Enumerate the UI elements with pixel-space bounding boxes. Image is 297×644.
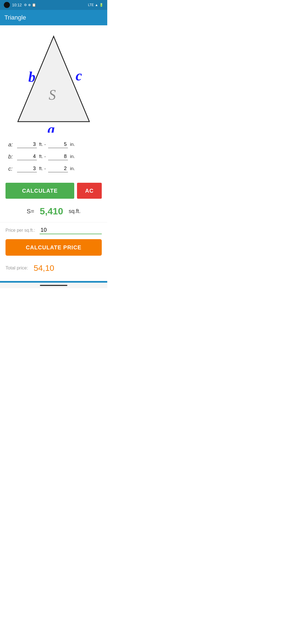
input-c-in[interactable] [48, 165, 68, 172]
status-time: 10:12 [12, 3, 22, 7]
input-row-a: a: ft. - in. [8, 141, 99, 148]
button-row: CALCULATE AC [0, 180, 107, 203]
unit-ft-a: ft. - [39, 142, 46, 147]
battery-icon: 🔋 [99, 3, 103, 7]
camera-dot [4, 2, 10, 8]
signal-icon: ▲ [95, 3, 98, 7]
svg-text:S: S [49, 87, 56, 103]
result-label: S= [27, 208, 34, 215]
unit-in-b: in. [70, 154, 75, 159]
unit-ft-c: ft. - [39, 166, 46, 171]
lte-label: LTE [88, 3, 94, 7]
diagram-area: b c S a [0, 25, 107, 138]
unit-in-c: in. [70, 166, 75, 171]
app-bar: Triangle [0, 10, 107, 25]
input-b-in[interactable] [48, 153, 68, 160]
label-b: b: [8, 154, 17, 160]
status-bar: 10:12 ⚙ ⊕ 📋 LTE ▲ 🔋 [0, 0, 107, 10]
ac-button[interactable]: AC [77, 183, 102, 199]
vpn-icon: ⊕ [28, 3, 31, 7]
total-row: Total price: 54,10 [0, 258, 107, 275]
unit-in-a: in. [70, 142, 75, 147]
price-row: Price per sq.ft.: [6, 226, 102, 234]
home-bar [0, 283, 107, 288]
price-per-label: Price per sq.ft.: [6, 228, 35, 233]
svg-text:c: c [76, 68, 82, 83]
total-value: 54,10 [34, 263, 54, 273]
svg-text:b: b [28, 69, 35, 85]
triangle-diagram: b c S a [10, 31, 98, 135]
inputs-section: a: ft. - in. b: ft. - in. c: ft. - in. [0, 138, 107, 180]
svg-text:a: a [48, 121, 55, 133]
calculate-price-button[interactable]: CALCULATE PRICE [6, 239, 102, 256]
price-section: Price per sq.ft.: CALCULATE PRICE [0, 222, 107, 258]
calculate-button[interactable]: CALCULATE [6, 183, 74, 199]
status-icons: ⚙ ⊕ 📋 [24, 3, 36, 7]
result-row: S= 5,410 sq.ft. [0, 203, 107, 222]
input-c-ft[interactable] [17, 165, 37, 172]
input-row-c: c: ft. - in. [8, 165, 99, 172]
label-a: a: [8, 141, 17, 148]
price-input[interactable] [40, 226, 102, 234]
settings-icon: ⚙ [24, 3, 27, 7]
input-row-b: b: ft. - in. [8, 153, 99, 160]
home-indicator [40, 285, 67, 286]
page-title: Triangle [4, 14, 26, 21]
input-b-ft[interactable] [17, 153, 37, 160]
result-value: 5,410 [40, 206, 63, 217]
label-c: c: [8, 166, 17, 172]
clipboard-icon: 📋 [32, 3, 36, 7]
input-a-ft[interactable] [17, 141, 37, 148]
status-right: LTE ▲ 🔋 [88, 3, 103, 7]
input-a-in[interactable] [48, 141, 68, 148]
result-unit: sq.ft. [69, 208, 81, 214]
total-label: Total price: [6, 265, 28, 271]
unit-ft-b: ft. - [39, 154, 46, 159]
price-input-container [40, 226, 102, 234]
